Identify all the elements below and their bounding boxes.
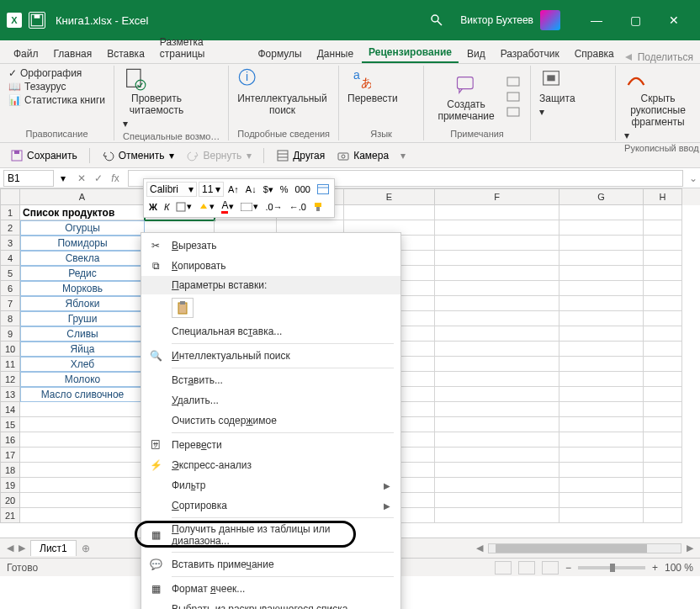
cell[interactable] (435, 281, 559, 296)
row-header[interactable]: 14 (0, 402, 20, 417)
row-header[interactable]: 11 (0, 357, 20, 372)
cell[interactable] (559, 372, 644, 387)
cell[interactable] (644, 447, 682, 463)
cm-pick-from-list[interactable]: Выбрать из раскрывающегося списка... (141, 599, 400, 609)
row-header[interactable]: 8 (0, 311, 20, 326)
row-header[interactable]: 16 (0, 432, 20, 447)
row-header[interactable]: 9 (0, 326, 20, 342)
name-box[interactable]: B1 (3, 170, 54, 187)
cm-format-cells[interactable]: ▦Формат ячеек... (141, 579, 400, 599)
mini-dec-decimal-icon[interactable]: ←.0 (287, 201, 309, 213)
mini-grow-font-icon[interactable]: A↑ (225, 183, 241, 195)
mini-italic-icon[interactable]: К (162, 201, 172, 213)
cell[interactable] (559, 296, 644, 311)
row-header[interactable]: 1 (0, 205, 20, 220)
mini-font-color-icon[interactable]: A▾ (219, 199, 236, 214)
mini-shrink-font-icon[interactable]: A↓ (243, 183, 259, 195)
save-icon[interactable] (29, 12, 45, 29)
cm-delete[interactable]: Удалить... (141, 390, 400, 410)
cell[interactable] (644, 432, 682, 447)
cell[interactable] (644, 251, 682, 266)
zoom-level[interactable]: 100 % (665, 562, 693, 574)
tab-insert[interactable]: Вставка (100, 45, 151, 63)
cell[interactable] (559, 387, 644, 402)
qat-undo-button[interactable]: Отменить▾ (98, 147, 178, 164)
cm-smart-lookup[interactable]: 🔍Интеллектуальный поиск (141, 346, 400, 366)
cell[interactable]: Яблоки (20, 296, 145, 311)
cell[interactable] (435, 493, 559, 508)
tab-view[interactable]: Вид (460, 45, 492, 63)
cell[interactable] (559, 205, 644, 220)
mini-font-combo[interactable]: Calibri▾ (146, 182, 197, 197)
cancel-formula-button[interactable]: ✕ (74, 171, 89, 186)
row-header[interactable]: 5 (0, 266, 20, 281)
cm-insert-comment[interactable]: 💬Вставить примечание (141, 554, 400, 575)
cell[interactable] (435, 326, 559, 342)
thesaurus-button[interactable]: 📖Тезаурус (8, 81, 66, 93)
tab-developer[interactable]: Разработчик (494, 45, 566, 63)
cell[interactable] (435, 205, 559, 220)
mini-percent-icon[interactable]: % (278, 183, 291, 195)
cell[interactable] (435, 372, 559, 387)
sheet-tab[interactable]: Лист1 (30, 540, 77, 556)
cell[interactable] (644, 402, 682, 417)
mini-merge-icon[interactable]: ▾ (238, 200, 261, 213)
cm-insert[interactable]: Вставить... (141, 370, 400, 390)
row-header[interactable]: 17 (0, 447, 20, 463)
cell[interactable]: Молоко (20, 372, 145, 387)
next-comment-icon[interactable] (506, 107, 522, 119)
cell[interactable]: Хлеб (20, 357, 145, 372)
protect-button[interactable]: Защита▾ (539, 67, 607, 127)
cm-paste-option[interactable] (141, 294, 400, 321)
cell[interactable] (435, 402, 559, 417)
new-comment-button[interactable]: Создать примечание (432, 73, 500, 122)
cell[interactable] (559, 432, 644, 447)
cell[interactable]: Огурцы (20, 220, 145, 236)
cell[interactable] (644, 478, 682, 493)
cell[interactable] (644, 296, 682, 311)
cell[interactable] (559, 357, 644, 372)
cell[interactable] (20, 417, 145, 432)
cell[interactable] (435, 447, 559, 463)
tab-layout[interactable]: Разметка страницы (153, 33, 250, 63)
view-page-layout-button[interactable] (518, 561, 535, 575)
mini-fill-color-icon[interactable]: ▾ (196, 200, 217, 213)
cm-translate[interactable]: 🈂Перевести (141, 435, 400, 455)
row-header[interactable]: 19 (0, 478, 20, 493)
sheet-nav-prev[interactable]: ◀ (7, 543, 13, 553)
row-header[interactable]: 10 (0, 342, 20, 357)
search-icon[interactable] (430, 13, 443, 27)
cell[interactable] (644, 493, 682, 508)
cm-filter[interactable]: Фильтр▶ (141, 475, 400, 495)
cm-clear[interactable]: Очистить содержимое (141, 410, 400, 431)
cell[interactable] (435, 508, 559, 523)
paste-icon[interactable] (172, 298, 194, 318)
cell[interactable] (435, 296, 559, 311)
mini-borders-icon[interactable]: ▾ (173, 200, 194, 213)
cell[interactable] (644, 387, 682, 402)
cell[interactable]: Редис (20, 266, 145, 281)
mini-format-painter-icon[interactable] (310, 201, 327, 213)
cell[interactable] (435, 311, 559, 326)
cell[interactable] (435, 236, 559, 251)
cell[interactable] (644, 372, 682, 387)
view-normal-button[interactable] (495, 561, 512, 575)
tab-home[interactable]: Главная (47, 45, 99, 63)
cell[interactable] (559, 266, 644, 281)
col-header-A[interactable]: A (20, 188, 145, 205)
cm-cut[interactable]: ✂ВВырезатьырезать (141, 236, 400, 256)
qat-camera-button[interactable]: Камера (333, 147, 392, 164)
cell[interactable]: Список продуктов (20, 205, 145, 220)
row-header[interactable]: 7 (0, 296, 20, 311)
cell[interactable] (644, 417, 682, 432)
mini-accounting-icon[interactable]: $▾ (261, 183, 276, 196)
cell[interactable]: Масло сливочное (20, 387, 145, 402)
cell[interactable] (644, 357, 682, 372)
close-button[interactable]: ✕ (655, 0, 693, 40)
row-header[interactable]: 18 (0, 463, 20, 478)
row-header[interactable]: 6 (0, 281, 20, 296)
cell[interactable] (559, 326, 644, 342)
mini-size-combo[interactable]: 11▾ (199, 182, 224, 197)
cell[interactable] (435, 342, 559, 357)
row-header[interactable]: 3 (0, 236, 20, 251)
